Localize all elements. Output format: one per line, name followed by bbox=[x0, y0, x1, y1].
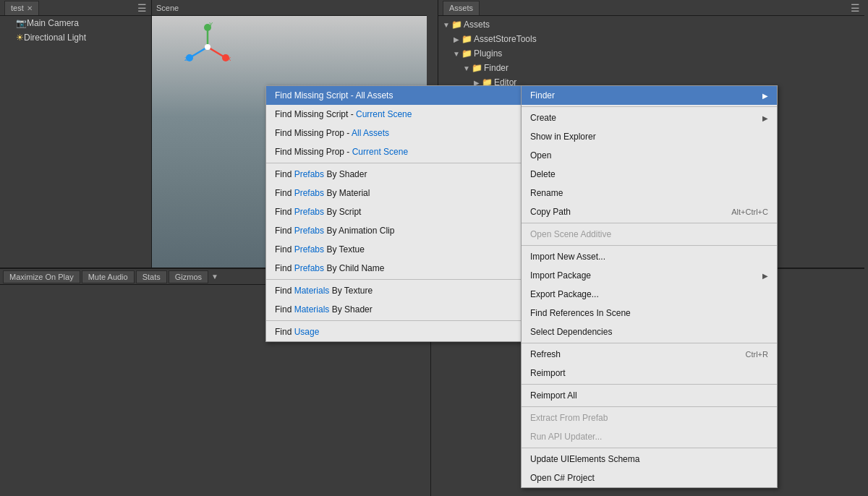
ctx-find-prefabs-animation[interactable]: Find Prefabs By Animation Clip bbox=[266, 221, 522, 240]
asset-label-finder: Finder bbox=[484, 63, 509, 73]
asset-row-plugins[interactable]: ▼ 📁 Plugins bbox=[438, 46, 864, 61]
ctx-find-prefabs-script[interactable]: Find Prefabs By Script bbox=[266, 202, 522, 221]
ctx-label-delete: Delete bbox=[530, 169, 556, 179]
ctx-label-copy-path: Copy Path bbox=[530, 207, 571, 217]
ctx-label-select-dependencies: Select Dependencies bbox=[530, 327, 612, 337]
folder-assets-icon: 📁 bbox=[451, 20, 462, 30]
scene-tab-label: Scene bbox=[156, 4, 179, 12]
h-prefabs-5: Prefabs bbox=[294, 244, 324, 255]
h-prefabs-3: Prefabs bbox=[294, 207, 324, 217]
hierarchy-item-camera[interactable]: 📷 Main Camera bbox=[0, 16, 151, 30]
ctx-finder[interactable]: Finder ▶ bbox=[522, 86, 777, 105]
ctx-label-run-api-updater: Run API Updater... bbox=[530, 432, 602, 442]
highlight-current-scene-1: Current Scene bbox=[356, 109, 412, 119]
create-arrow-icon: ▶ bbox=[762, 114, 768, 122]
ctx-reimport[interactable]: Reimport bbox=[522, 364, 777, 382]
finder-arrow-icon: ▶ bbox=[762, 92, 768, 100]
ctx-delete[interactable]: Delete bbox=[522, 165, 777, 184]
h-prefabs-1: Prefabs bbox=[294, 169, 324, 179]
ctx-find-missing-script-current[interactable]: Find Missing Script - Current Scene bbox=[266, 105, 522, 124]
hierarchy-menu-icon[interactable]: ☰ bbox=[137, 2, 147, 14]
ctx-find-usage[interactable]: Find Usage bbox=[266, 322, 522, 341]
ctx-right-sep-0 bbox=[522, 106, 777, 107]
ctx-find-prefabs-material[interactable]: Find Prefabs By Material bbox=[266, 184, 522, 202]
ctx-label-open: Open bbox=[530, 150, 551, 161]
refresh-shortcut: Ctrl+R bbox=[746, 350, 768, 359]
ctx-right-sep-5 bbox=[522, 406, 777, 407]
ctx-export-package[interactable]: Export Package... bbox=[522, 285, 777, 304]
stats-btn[interactable]: Stats bbox=[136, 270, 167, 283]
ctx-find-prefabs-texture[interactable]: Find Prefabs By Textue bbox=[266, 240, 522, 259]
hierarchy-panel: test ✕ ☰ 📷 Main Camera ☀ Directional Lig… bbox=[0, 0, 152, 268]
svg-text:Y: Y bbox=[209, 22, 213, 27]
ctx-label-refresh: Refresh bbox=[530, 349, 561, 359]
ctx-right-sep-6 bbox=[522, 448, 777, 448]
ctx-label-create: Create bbox=[530, 113, 556, 123]
ctx-sep-1 bbox=[266, 163, 522, 163]
ctx-label-prefabs-texture: Find Prefabs By Textue bbox=[275, 244, 365, 255]
gizmos-arrow: ▼ bbox=[211, 273, 218, 281]
ctx-open-csharp[interactable]: Open C# Project bbox=[522, 469, 777, 487]
maximize-on-play-btn[interactable]: Maximize On Play bbox=[3, 270, 80, 283]
ctx-label-rename: Rename bbox=[530, 188, 563, 198]
asset-label-ast: AssetStoreTools bbox=[474, 34, 537, 44]
mute-audio-btn[interactable]: Mute Audio bbox=[82, 270, 135, 283]
camera-icon: 📷 bbox=[16, 18, 27, 28]
ctx-label-open-csharp: Open C# Project bbox=[530, 473, 595, 483]
assets-menu-icon[interactable]: ☰ bbox=[851, 2, 860, 14]
ctx-find-references[interactable]: Find References In Scene bbox=[522, 304, 777, 322]
ctx-right-sep-4 bbox=[522, 384, 777, 385]
hierarchy-tab[interactable]: test ✕ bbox=[4, 1, 39, 15]
ctx-show-explorer[interactable]: Show in Explorer bbox=[522, 127, 777, 146]
ctx-import-new-asset[interactable]: Import New Asset... bbox=[522, 247, 777, 266]
asset-row-finder[interactable]: ▼ 📁 Finder bbox=[438, 61, 864, 75]
hierarchy-close[interactable]: ✕ bbox=[27, 4, 33, 12]
arrow-ast: ▶ bbox=[451, 35, 461, 43]
light-icon: ☀ bbox=[16, 33, 24, 43]
ctx-find-missing-prop-current[interactable]: Find Missing Prop - Current Scene bbox=[266, 142, 522, 161]
svg-point-6 bbox=[205, 44, 210, 50]
ctx-find-missing-script-all[interactable]: Find Missing Script - All Assets bbox=[266, 86, 522, 105]
ctx-find-missing-prop-all[interactable]: Find Missing Prop - All Assets bbox=[266, 124, 522, 142]
ctx-label-export-package: Export Package... bbox=[530, 289, 599, 299]
ctx-rename[interactable]: Rename bbox=[522, 184, 777, 202]
ctx-label-finder: Finder bbox=[530, 90, 555, 101]
ctx-run-api-updater: Run API Updater... bbox=[522, 427, 777, 446]
ctx-label-import-new-asset: Import New Asset... bbox=[530, 252, 605, 262]
ctx-update-ui-elements[interactable]: Update UIElements Schema bbox=[522, 450, 777, 469]
assets-tab[interactable]: Assets bbox=[443, 1, 480, 15]
assets-header: Assets ☰ bbox=[438, 0, 864, 16]
ctx-label-prefabs-shader: Find Prefabs By Shader bbox=[275, 169, 367, 179]
hierarchy-item-light[interactable]: ☀ Directional Light bbox=[0, 30, 151, 45]
ctx-reimport-all[interactable]: Reimport All bbox=[522, 386, 777, 405]
ctx-find-prefabs-childname[interactable]: Find Prefabs By Child Name bbox=[266, 259, 522, 278]
folder-plugins-icon: 📁 bbox=[461, 48, 472, 59]
ctx-label-reimport: Reimport bbox=[530, 368, 566, 378]
gizmos-btn[interactable]: Gizmos bbox=[169, 270, 208, 283]
hierarchy-header: test ✕ ☰ bbox=[0, 0, 151, 16]
ctx-right-sep-1 bbox=[522, 223, 777, 223]
ctx-select-dependencies[interactable]: Select Dependencies bbox=[522, 322, 777, 341]
ctx-import-package[interactable]: Import Package ▶ bbox=[522, 266, 777, 285]
ctx-open[interactable]: Open bbox=[522, 146, 777, 165]
scene-toolbar: Scene bbox=[152, 0, 427, 16]
ctx-refresh[interactable]: Refresh Ctrl+R bbox=[522, 345, 777, 364]
light-label: Directional Light bbox=[24, 33, 86, 43]
highlight-all-assets: All Assets bbox=[355, 90, 393, 101]
ctx-label-import-package: Import Package bbox=[530, 270, 591, 281]
highlight-all-assets-2: All Assets bbox=[352, 128, 389, 138]
ctx-find-materials-shader[interactable]: Find Materials By Shader bbox=[266, 300, 522, 319]
copy-path-shortcut: Alt+Ctrl+C bbox=[731, 208, 768, 216]
ctx-copy-path[interactable]: Copy Path Alt+Ctrl+C bbox=[522, 202, 777, 221]
arrow-plugins: ▼ bbox=[451, 50, 461, 58]
ctx-find-prefabs-shader[interactable]: Find Prefabs By Shader bbox=[266, 165, 522, 184]
ctx-sep-2 bbox=[266, 279, 522, 280]
ctx-create[interactable]: Create ▶ bbox=[522, 108, 777, 127]
asset-row-assets[interactable]: ▼ 📁 Assets bbox=[438, 17, 864, 32]
h-materials-2: Materials bbox=[294, 304, 330, 315]
asset-row-assetstoretools[interactable]: ▶ 📁 AssetStoreTools bbox=[438, 32, 864, 46]
ctx-label-show-explorer: Show in Explorer bbox=[530, 132, 596, 142]
h-materials-1: Materials bbox=[294, 286, 330, 296]
ctx-extract-from-prefab: Extract From Prefab bbox=[522, 409, 777, 427]
ctx-find-materials-texture[interactable]: Find Materials By Texture bbox=[266, 281, 522, 300]
